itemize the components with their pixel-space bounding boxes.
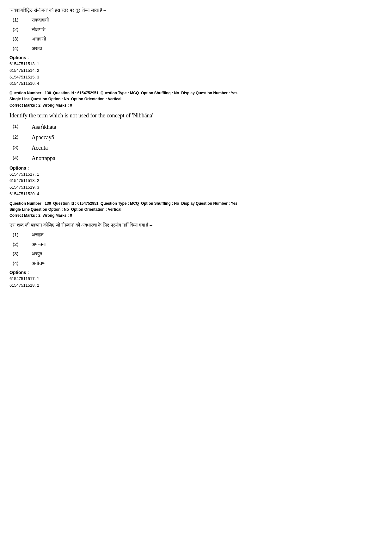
- option-num-3-3: (3): [13, 251, 32, 257]
- meta-block-3: Question Number : 130 Question Id : 6154…: [9, 201, 383, 219]
- section-3: उस शब्द की पहचान कीजिए जो 'निब्बान' की अ…: [9, 221, 383, 289]
- options-label-1: Options :: [9, 55, 383, 60]
- option-row-1-3: (3) अनागामी: [9, 36, 383, 42]
- option-text-1-2: सोतापत्ति: [32, 27, 46, 32]
- meta-line-2-3: Correct Marks : 2 Wrong Marks : 0: [9, 103, 383, 109]
- option-text-2-3: Accuta: [32, 145, 48, 151]
- option-num-3-1: (1): [13, 232, 32, 238]
- option-row-3-2: (2) अपच्चया: [9, 241, 383, 247]
- option-row-1-2: (2) सोतापत्ति: [9, 27, 383, 32]
- option-num-3-2: (2): [13, 241, 32, 247]
- option-id-2-4: 61547511520. 4: [9, 191, 383, 197]
- option-row-3-3: (3) अच्युत: [9, 251, 383, 257]
- option-text-2-1: Asaṅkhata: [32, 123, 56, 130]
- section-1: 'सक्कायदिट्ठि संयोजन' को इस स्तर पर दूर …: [9, 6, 383, 87]
- option-row-3-4: (4) अनोत्तप्प: [9, 260, 383, 266]
- option-id-1-2: 61547511514. 2: [9, 67, 383, 74]
- option-text-3-3: अच्युत: [32, 251, 42, 257]
- option-num-1-4: (4): [13, 46, 32, 51]
- option-id-1-3: 61547511515. 3: [9, 74, 383, 81]
- options-block-2: Options : 61547511517. 1 61547511518. 2 …: [9, 165, 383, 197]
- option-id-2-3: 61547511519. 3: [9, 184, 383, 191]
- option-num-1-3: (3): [13, 36, 32, 42]
- option-id-3-1: 61547511517. 1: [9, 276, 383, 282]
- option-id-2-2: 61547511518. 2: [9, 178, 383, 184]
- option-row-2-1: (1) Asaṅkhata: [9, 123, 383, 130]
- option-id-1-1: 61547511513. 1: [9, 61, 383, 67]
- meta-line-3-2: Single Line Question Option : No Option …: [9, 207, 383, 213]
- question-text-1: 'सक्कायदिट्ठि संयोजन' को इस स्तर पर दूर …: [9, 6, 383, 14]
- option-num-3-4: (4): [13, 260, 32, 266]
- option-text-2-2: Apaccayā: [32, 134, 54, 141]
- meta-line-2-2: Single Line Question Option : No Option …: [9, 96, 383, 102]
- option-row-1-4: (4) अरहत: [9, 46, 383, 51]
- option-num-2-4: (4): [13, 155, 32, 162]
- options-label-3: Options :: [9, 270, 383, 275]
- meta-line-3-3: Correct Marks : 2 Wrong Marks : 0: [9, 213, 383, 219]
- meta-line-2-1: Question Number : 130 Question Id : 6154…: [9, 90, 383, 96]
- option-row-3-1: (1) असहृत: [9, 232, 383, 238]
- option-id-3-2: 61547511518. 2: [9, 282, 383, 289]
- option-text-3-1: असहृत: [32, 232, 43, 238]
- question-text-3: उस शब्द की पहचान कीजिए जो 'निब्बान' की अ…: [9, 221, 383, 229]
- option-text-3-2: अपच्चया: [32, 241, 46, 247]
- meta-block-2: Question Number : 130 Question Id : 6154…: [9, 90, 383, 109]
- meta-line-3-1: Question Number : 130 Question Id : 6154…: [9, 201, 383, 207]
- option-num-1-1: (1): [13, 17, 32, 23]
- option-num-2-1: (1): [13, 123, 32, 130]
- option-row-1-1: (1) सकदागामी: [9, 17, 383, 23]
- option-row-2-4: (4) Anottappa: [9, 155, 383, 162]
- option-num-2-2: (2): [13, 134, 32, 141]
- options-block-1: Options : 61547511513. 1 61547511514. 2 …: [9, 55, 383, 87]
- option-text-2-4: Anottappa: [32, 155, 55, 162]
- option-row-2-3: (3) Accuta: [9, 145, 383, 151]
- option-row-2-2: (2) Apaccayā: [9, 134, 383, 141]
- option-id-1-4: 61547511516. 4: [9, 80, 383, 87]
- option-text-1-4: अरहत: [32, 46, 42, 51]
- option-text-3-4: अनोत्तप्प: [32, 260, 46, 266]
- option-text-1-1: सकदागामी: [32, 17, 49, 23]
- option-text-1-3: अनागामी: [32, 36, 46, 42]
- options-block-3: Options : 61547511517. 1 61547511518. 2: [9, 270, 383, 289]
- options-label-2: Options :: [9, 165, 383, 171]
- option-num-2-3: (3): [13, 145, 32, 151]
- question-text-2: Identify the term which is not used for …: [9, 111, 383, 120]
- option-id-2-1: 61547511517. 1: [9, 171, 383, 178]
- section-2: Identify the term which is not used for …: [9, 111, 383, 197]
- option-num-1-2: (2): [13, 27, 32, 32]
